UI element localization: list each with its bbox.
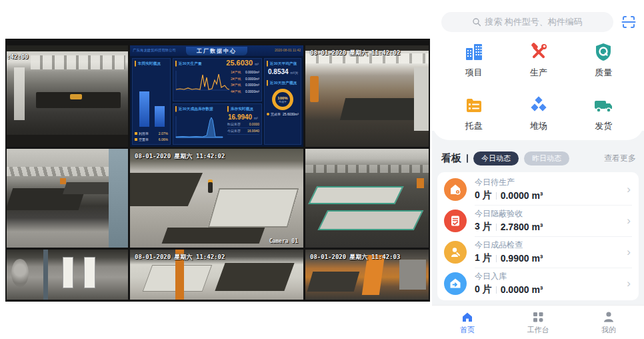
inspector-icon [444, 241, 467, 264]
nav-item-pallet[interactable]: 托盘 [441, 95, 506, 132]
stock-value: 16.9940 m³ [225, 113, 261, 121]
orange-equipment [70, 94, 82, 99]
stat-value: 0 片 0.0000 m³ [475, 284, 543, 296]
value-separator [496, 224, 497, 231]
nav-item-project[interactable]: 项目 [441, 41, 506, 79]
scan-icon[interactable] [621, 15, 636, 29]
camera-feed-mid-right [305, 149, 429, 248]
camera-grid: :42:00 广东海龙建筑科技有限公司 工厂数据中心 2020-08-01 11… [7, 45, 429, 300]
camera-feed-bottom-right: 08-01-2020 星期六 11:42:03 [305, 250, 429, 300]
mobile-app-panel: 搜索 构件型号、构件编码 [432, 0, 644, 339]
bar-1 [139, 91, 149, 127]
today-stats-card: 今日待生产 0 片 0.0000 m³ › [437, 172, 639, 300]
nav-item-label: 项目 [465, 67, 483, 79]
panel-inventory-30d: 近30天成品库存数据 库存实时概况 16.9940 m³ [173, 103, 262, 145]
nav-item-production[interactable]: 生产 [506, 41, 571, 79]
shield-q-icon [593, 41, 614, 63]
slab-with-green-mold [318, 210, 424, 230]
floor-shadow [7, 135, 128, 147]
nav-item-label: 质量 [595, 67, 612, 79]
window-band [31, 55, 125, 69]
window-band [305, 165, 429, 173]
camera-feed-top-left: :42:00 [7, 45, 128, 147]
concrete-slab [339, 98, 424, 120]
search-input[interactable]: 搜索 构件型号、构件编码 [441, 12, 613, 32]
completion-donut: 100% 完成率 完成率25.6030m³ [265, 89, 301, 116]
concrete-slab [307, 272, 360, 292]
timestamp-overlay: 08-01-2020 星期六 11:42:02 [135, 152, 225, 161]
factory-dashboard-screen: 广东海龙建筑科技有限公司 工厂数据中心 2020-08-01 11:42 车间实… [130, 45, 303, 147]
nav-item-label: 发货 [595, 120, 612, 132]
stat-title: 今日待生产 [475, 177, 543, 188]
average-value: 0.8534 m³/片 [265, 68, 301, 75]
buildings-icon [463, 41, 485, 63]
house-arrow-icon [444, 272, 467, 295]
chevron-right-icon: › [627, 215, 631, 226]
chevron-right-icon: › [627, 184, 631, 195]
production-line-chart [173, 68, 231, 92]
camera-feed-mid-left [7, 149, 128, 248]
board-title: 看板 [441, 152, 461, 165]
column [414, 67, 429, 130]
stock-rows: 昨日库存0.0000 今日库存16.9940 [225, 121, 261, 135]
camera-feed-mid-center: 08-01-2020 星期六 11:42:02 Camera 01 [130, 149, 303, 248]
poster [63, 257, 74, 288]
home-icon [461, 310, 474, 324]
value-separator [496, 255, 497, 262]
panel-title: 近30天平均产值 [267, 61, 299, 67]
poster [84, 257, 95, 288]
panel-right-column: 近30天平均产值 0.8534 m³/片 近30天投产概况 100% 完成率 完… [264, 58, 301, 145]
search-placeholder: 搜索 构件型号、构件编码 [485, 16, 583, 28]
concrete-slab [130, 173, 203, 206]
panel-title: 车间实时概况 [135, 61, 168, 67]
stat-value: 1 片 0.9900 m³ [475, 252, 543, 264]
dashboard-company: 广东海龙建筑科技有限公司 [133, 48, 176, 53]
timestamp-overlay: 08-01-2020 星期六 11:42:03 [310, 253, 400, 262]
stat-row-to-produce[interactable]: 今日待生产 0 片 0.0000 m³ › [437, 174, 639, 205]
tab-mine[interactable]: 我的 [573, 306, 644, 339]
production-rows: 1#产线0.0000m³ 2#产线0.0000m³ 3#产线0.0000m³ 4… [231, 68, 261, 95]
worker-person [208, 182, 213, 193]
house-gear-icon [444, 178, 467, 201]
orange-equipment [60, 178, 66, 184]
nav-item-label: 生产 [530, 67, 547, 79]
timestamp-overlay: 08-01-2020 星期六 11:42:02 [135, 253, 225, 262]
tab-label: 我的 [601, 325, 616, 335]
bar-chart [133, 68, 170, 131]
tab-today[interactable]: 今日动态 [473, 151, 519, 165]
bar-legend: 利用率2.07% 空置率6.06% [133, 131, 170, 144]
stat-title: 今日隐蔽验收 [475, 208, 543, 220]
value-separator [496, 286, 497, 294]
pallet-list-icon [463, 95, 485, 116]
camera-feed-bottom-left [7, 250, 128, 300]
stat-row-product-inspection[interactable]: 今日成品检查 1 片 0.9900 m³ › [437, 236, 639, 268]
machine-door [14, 67, 25, 120]
nav-item-yard[interactable]: 堆场 [506, 95, 571, 132]
slab-with-green-mold [309, 186, 403, 204]
tab-yesterday[interactable]: 昨日动态 [524, 151, 569, 165]
nav-item-shipping[interactable]: 发货 [571, 95, 636, 132]
factory-monitor-wall-photo: :42:00 广东海龙建筑科技有限公司 工厂数据中心 2020-08-01 11… [5, 39, 430, 302]
panel-title: 近30天成品库存数据 [175, 106, 223, 112]
nav-item-quality[interactable]: 质量 [571, 41, 636, 79]
coiled-material [11, 259, 28, 287]
stat-row-concealed-acceptance[interactable]: 今日隐蔽验收 3 片 2.7800 m³ › [437, 205, 639, 236]
timestamp-overlay: :42:00 [7, 53, 29, 60]
view-more-link[interactable]: 查看更多 [604, 153, 636, 164]
dashboard-title: 工厂数据中心 [186, 47, 247, 55]
nav-item-label: 堆场 [530, 120, 547, 132]
bar-2 [155, 106, 165, 127]
tab-home[interactable]: 首页 [432, 306, 503, 339]
search-icon [472, 17, 481, 27]
concrete-slab [162, 228, 265, 244]
stat-row-warehouse-in[interactable]: 今日入库 0 片 0.0000 m³ › [437, 268, 639, 299]
tools-icon [528, 41, 549, 63]
chevron-right-icon: › [627, 278, 631, 289]
dashboard-body: 车间实时概况 利用率2.07% 空置率6.06% [132, 58, 301, 145]
tab-workbench[interactable]: 工作台 [503, 306, 573, 339]
blue-column [109, 149, 128, 248]
timestamp-overlay: 08-01-2020 星期六 11:42:02 [310, 49, 400, 57]
tab-label: 首页 [460, 325, 475, 335]
bottom-tab-bar: 首页 工作台 我的 [432, 305, 644, 339]
chevron-right-icon: › [627, 246, 631, 258]
